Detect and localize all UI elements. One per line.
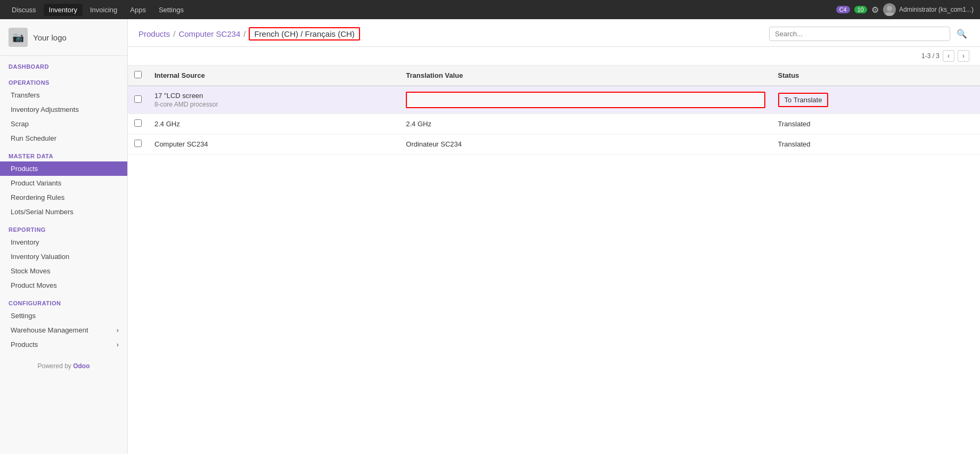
row3-source: Computer SC234 bbox=[148, 134, 399, 155]
row2-translation-value: 2.4 GHz bbox=[406, 120, 431, 128]
top-nav: Discuss Inventory Invoicing Apps Setting… bbox=[0, 0, 980, 19]
sidebar-item-run-scheduler[interactable]: Run Scheduler bbox=[0, 131, 127, 145]
search-area: 🔍 bbox=[769, 27, 969, 41]
sidebar-item-warehouse-management[interactable]: Warehouse Management › bbox=[0, 323, 127, 337]
row3-translation: Ordinateur SC234 bbox=[399, 134, 771, 155]
nav-discuss[interactable]: Discuss bbox=[6, 4, 42, 16]
table-row: 2.4 GHz 2.4 GHz Translated bbox=[128, 114, 980, 134]
row1-translation[interactable] bbox=[399, 86, 771, 114]
sidebar-item-inventory[interactable]: Inventory bbox=[0, 235, 127, 249]
section-master-data: Master Data bbox=[0, 145, 127, 161]
row1-checkbox-cell bbox=[128, 86, 148, 114]
col-internal-source: Internal Source bbox=[148, 66, 399, 86]
col-checkbox bbox=[128, 66, 148, 86]
sidebar-item-product-variants[interactable]: Product Variants bbox=[0, 176, 127, 190]
svg-point-0 bbox=[887, 6, 892, 11]
breadcrumb-products[interactable]: Products bbox=[138, 29, 170, 38]
nav-invoicing[interactable]: Invoicing bbox=[85, 4, 123, 16]
row1-checkbox[interactable] bbox=[134, 95, 142, 103]
logo-icon: 📷 bbox=[9, 28, 28, 47]
row2-checkbox-cell bbox=[128, 114, 148, 134]
section-configuration: Configuration bbox=[0, 293, 127, 309]
breadcrumb-current: French (CH) / Français (CH) bbox=[249, 27, 360, 40]
chevron-right-icon-2: › bbox=[117, 340, 119, 348]
svg-point-1 bbox=[885, 12, 894, 16]
bug-icon[interactable]: ⚙ bbox=[871, 5, 879, 15]
section-reporting: Reporting bbox=[0, 219, 127, 235]
row1-status-badge: To Translate bbox=[778, 93, 829, 107]
row3-status-badge: Translated bbox=[778, 140, 811, 148]
sidebar-item-products[interactable]: Products bbox=[0, 161, 127, 176]
row2-translation: 2.4 GHz bbox=[399, 114, 771, 134]
sidebar-item-reordering-rules[interactable]: Reordering Rules bbox=[0, 190, 127, 205]
sidebar-item-scrap[interactable]: Scrap bbox=[0, 117, 127, 131]
section-dashboard: Dashboard bbox=[0, 56, 127, 72]
sidebar-item-transfers[interactable]: Transfers bbox=[0, 88, 127, 102]
row2-source: 2.4 GHz bbox=[148, 114, 399, 134]
select-all-checkbox[interactable] bbox=[134, 71, 142, 78]
search-input[interactable] bbox=[769, 27, 950, 41]
chevron-right-icon: › bbox=[117, 326, 119, 334]
sidebar-item-stock-moves[interactable]: Stock Moves bbox=[0, 264, 127, 278]
sidebar-item-lots-serial[interactable]: Lots/Serial Numbers bbox=[0, 205, 127, 219]
sidebar-item-inventory-adjustments[interactable]: Inventory Adjustments bbox=[0, 102, 127, 117]
content-header: Products / Computer SC234 / French (CH) … bbox=[128, 19, 980, 47]
sidebar-item-settings[interactable]: Settings bbox=[0, 309, 127, 323]
row3-translation-value: Ordinateur SC234 bbox=[406, 140, 462, 148]
nav-inventory[interactable]: Inventory bbox=[44, 4, 83, 16]
nav-settings[interactable]: Settings bbox=[153, 4, 189, 16]
row1-translation-input[interactable] bbox=[406, 92, 765, 108]
translations-table: Internal Source Translation Value Status… bbox=[128, 66, 980, 155]
sidebar-item-product-moves[interactable]: Product Moves bbox=[0, 278, 127, 293]
row2-status-badge: Translated bbox=[778, 120, 811, 128]
row1-status: To Translate bbox=[772, 86, 980, 114]
row2-checkbox[interactable] bbox=[134, 119, 142, 127]
pagination-bar: 1-3 / 3 ‹ › bbox=[128, 47, 980, 66]
sidebar-footer: Powered by Odoo bbox=[0, 352, 127, 374]
row3-checkbox[interactable] bbox=[134, 140, 142, 147]
table-row: Computer SC234 Ordinateur SC234 Translat… bbox=[128, 134, 980, 155]
breadcrumb-computer-sc234[interactable]: Computer SC234 bbox=[178, 29, 240, 38]
user-name: Administrator (ks_com1...) bbox=[899, 6, 974, 13]
pagination-info: 1-3 / 3 bbox=[921, 52, 940, 60]
search-button[interactable]: 🔍 bbox=[954, 27, 969, 41]
logo-area: 📷 Your logo bbox=[0, 19, 127, 56]
table-row: 17 "LCD screen 8-core AMD processor To T… bbox=[128, 86, 980, 114]
avatar bbox=[883, 3, 896, 16]
sidebar-item-inventory-valuation[interactable]: Inventory Valuation bbox=[0, 249, 127, 264]
user-menu[interactable]: Administrator (ks_com1...) bbox=[883, 3, 974, 16]
logo-text: Your logo bbox=[33, 33, 67, 42]
row3-checkbox-cell bbox=[128, 134, 148, 155]
col-translation-value: Translation Value bbox=[399, 66, 771, 86]
section-operations: Operations bbox=[0, 72, 127, 88]
sidebar: 📷 Your logo Dashboard Operations Transfe… bbox=[0, 19, 128, 454]
odoo-link[interactable]: Odoo bbox=[73, 362, 89, 370]
badge-activities[interactable]: 10 bbox=[854, 6, 867, 13]
main-content: Products / Computer SC234 / French (CH) … bbox=[128, 19, 980, 454]
row2-status: Translated bbox=[772, 114, 980, 134]
badge-messages[interactable]: C4 bbox=[836, 6, 850, 13]
nav-apps[interactable]: Apps bbox=[125, 4, 151, 16]
sidebar-item-products-config[interactable]: Products › bbox=[0, 337, 127, 352]
table-area: Internal Source Translation Value Status… bbox=[128, 66, 980, 454]
pagination-next[interactable]: › bbox=[958, 50, 969, 62]
row3-status: Translated bbox=[772, 134, 980, 155]
pagination-prev[interactable]: ‹ bbox=[943, 50, 954, 62]
row1-source: 17 "LCD screen 8-core AMD processor bbox=[148, 86, 399, 114]
col-status: Status bbox=[772, 66, 980, 86]
breadcrumb: Products / Computer SC234 / French (CH) … bbox=[138, 27, 758, 40]
